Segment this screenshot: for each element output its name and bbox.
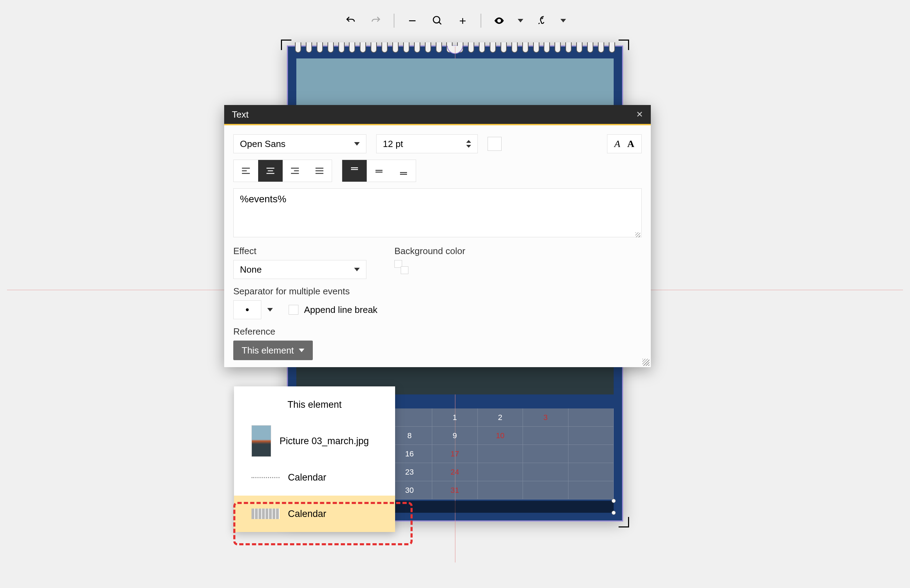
font-size-value: 12 pt xyxy=(383,139,403,149)
italic-button[interactable]: A xyxy=(614,138,620,149)
hearing-dropdown[interactable] xyxy=(560,13,567,28)
top-toolbar: − + xyxy=(343,13,567,28)
align-justify-button[interactable] xyxy=(307,160,332,182)
toolbar-separator xyxy=(394,14,394,27)
font-family-value: Open Sans xyxy=(240,139,285,149)
zoom-fit-button[interactable] xyxy=(430,13,445,28)
bg-color-swatch[interactable] xyxy=(394,260,408,274)
font-family-select[interactable]: Open Sans xyxy=(233,134,366,153)
reference-dropdown-menu: This element Picture 03_march.jpg Calend… xyxy=(234,386,395,532)
font-size-input[interactable]: 12 pt xyxy=(376,134,478,153)
preview-button[interactable] xyxy=(492,13,507,28)
calendar-dots-icon xyxy=(251,477,280,478)
separator-picker[interactable]: • xyxy=(233,300,279,319)
undo-button[interactable] xyxy=(343,13,358,28)
chevron-down-icon xyxy=(354,142,360,145)
zoom-out-button[interactable]: − xyxy=(405,13,419,28)
ref-option-label: This element xyxy=(288,399,342,410)
svg-point-0 xyxy=(433,16,440,23)
reference-label: Reference xyxy=(233,326,642,337)
append-linebreak-label: Append line break xyxy=(304,305,377,315)
v-align-group xyxy=(342,160,416,182)
selection-handle[interactable] xyxy=(612,499,616,503)
effect-select[interactable]: None xyxy=(233,260,366,279)
separator-value: • xyxy=(233,300,261,319)
ref-option-label: Calendar xyxy=(288,509,327,519)
text-dialog: Text ✕ Open Sans 12 pt A A xyxy=(224,105,651,367)
font-size-spinner[interactable] xyxy=(466,140,471,148)
valign-bottom-button[interactable] xyxy=(391,160,416,182)
ref-option-calendar-1[interactable]: Calendar xyxy=(234,459,395,496)
reference-value: This element xyxy=(242,345,294,356)
bg-color-label: Background color xyxy=(394,246,465,257)
ref-option-picture[interactable]: Picture 03_march.jpg xyxy=(234,423,395,459)
append-linebreak-checkbox[interactable] xyxy=(288,305,298,315)
align-center-button[interactable] xyxy=(258,160,283,182)
separator-label: Separator for multiple events xyxy=(233,286,642,297)
dialog-title: Text xyxy=(232,109,249,120)
effect-value: None xyxy=(240,264,262,275)
calendar-bars-icon xyxy=(251,509,280,519)
crop-mark xyxy=(619,40,629,50)
font-style-group: A A xyxy=(607,134,642,153)
preview-dropdown[interactable] xyxy=(517,13,524,28)
bold-button[interactable]: A xyxy=(627,138,634,149)
chevron-down-icon xyxy=(299,349,304,352)
crop-mark xyxy=(281,40,291,50)
valign-top-button[interactable] xyxy=(342,160,367,182)
toolbar-separator xyxy=(481,14,481,27)
separator-dropdown[interactable] xyxy=(261,300,279,319)
reference-button[interactable]: This element xyxy=(233,341,313,360)
zoom-in-button[interactable]: + xyxy=(455,13,470,28)
chevron-down-icon xyxy=(354,268,360,271)
valign-middle-button[interactable] xyxy=(367,160,391,182)
redo-button[interactable] xyxy=(369,13,383,28)
dialog-resize-grip[interactable] xyxy=(643,359,649,366)
close-icon[interactable]: ✕ xyxy=(636,110,643,120)
h-align-group xyxy=(233,160,332,182)
font-color-swatch[interactable] xyxy=(487,137,502,151)
ref-option-calendar-2[interactable]: Calendar xyxy=(234,496,395,532)
effect-label: Effect xyxy=(233,246,366,257)
selection-handle[interactable] xyxy=(612,510,616,515)
ref-option-label: Calendar xyxy=(288,472,327,483)
hearing-button[interactable] xyxy=(534,13,549,28)
ref-option-this-element[interactable]: This element xyxy=(234,386,395,423)
picture-thumb-icon xyxy=(251,425,271,457)
align-right-button[interactable] xyxy=(283,160,307,182)
ref-option-label: Picture 03_march.jpg xyxy=(280,436,369,447)
text-content-textarea[interactable] xyxy=(233,188,642,237)
resize-grip[interactable] xyxy=(635,233,640,237)
crop-mark xyxy=(619,517,629,527)
align-left-button[interactable] xyxy=(234,160,258,182)
dialog-titlebar[interactable]: Text ✕ xyxy=(224,105,651,124)
